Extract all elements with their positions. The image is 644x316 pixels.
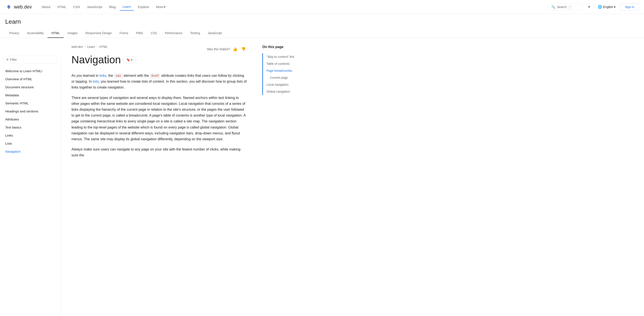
sidebar-item-text-basics[interactable]: Text basics [0, 123, 61, 131]
language-selector-button[interactable]: English [596, 3, 618, 10]
toc-item-current: Current page [263, 74, 308, 81]
paragraph-2: There are several types of navigation an… [72, 95, 246, 142]
logo-icon [5, 3, 12, 10]
sidebar-item-headings[interactable]: Headings and sections [0, 107, 61, 115]
sign-in-button[interactable]: Sign in [620, 3, 639, 11]
learn-header: Learn Privacy Accessibility HTML Images … [0, 14, 644, 38]
href-code: href [150, 73, 160, 78]
breadcrumb-webdev[interactable]: web.dev [72, 45, 83, 48]
toc-link-local[interactable]: Local navigation [262, 81, 308, 88]
main-layout: Filter Welcome to Learn HTML! Overview o… [0, 38, 644, 316]
helpful-bar: Was this helpful? 👍 👎 [207, 46, 246, 52]
nav-links: About HTML CSS JavaScript Blog Learn Exp… [39, 3, 548, 11]
sidebar-item-navigation[interactable]: Navigation [0, 148, 61, 156]
nav-learn[interactable]: Learn [120, 3, 134, 11]
page-title: Navigation [72, 54, 121, 66]
toc-item-contents: Table of contents [263, 60, 308, 67]
tab-testing[interactable]: Testing [186, 29, 204, 38]
toc-item-local: Local navigation [263, 81, 308, 88]
tab-javascript[interactable]: JavaScript [204, 29, 226, 38]
language-chevron-icon [614, 5, 616, 9]
toc-item-skip: "Skip to content" link [263, 53, 308, 60]
breadcrumb-learn[interactable]: Learn [87, 45, 95, 48]
breadcrumb: web.dev › Learn › HTML [72, 45, 108, 48]
filter-icon [6, 58, 8, 62]
sidebar-item-lists[interactable]: Lists [0, 140, 61, 148]
toc-link-current[interactable]: Current page [262, 74, 308, 81]
bookmark-icon: 🔖 [126, 58, 130, 62]
main-content: web.dev › Learn › HTML Was this helpful?… [61, 38, 257, 316]
right-sidebar: On this page "Skip to content" link Tabl… [257, 38, 314, 316]
nav-explore[interactable]: Explore [135, 3, 152, 10]
learn-title: Learn [5, 18, 639, 25]
breadcrumb-sep-1: › [84, 45, 86, 48]
on-this-page-title: On this page [262, 45, 308, 49]
site-logo[interactable]: web.dev [5, 3, 32, 10]
table-of-contents: "Skip to content" link Table of contents… [262, 53, 308, 95]
search-box[interactable]: Search / [548, 3, 582, 10]
nav-about[interactable]: About [39, 3, 54, 10]
sidebar-item-metadata[interactable]: Metadata [0, 91, 61, 99]
nav-blog[interactable]: Blog [106, 3, 119, 10]
tab-pwa[interactable]: PWA [132, 29, 147, 38]
sidebar-item-overview[interactable]: Overview of HTML [0, 75, 61, 83]
links-link[interactable]: links [99, 74, 106, 77]
thumbs-down-button[interactable]: 👎 [240, 46, 246, 52]
toc-item-global: Global navigation [263, 88, 308, 95]
toc-link-breadcrumbs[interactable]: Page breadcrumbs [262, 67, 308, 74]
breadcrumb-sep-2: › [97, 45, 98, 48]
search-slash: / [568, 5, 572, 9]
tab-accessibility[interactable]: Accessibility [23, 29, 48, 38]
filter-label: Filter [10, 58, 17, 61]
nav-right: Search / English Sign in [548, 3, 639, 11]
toc-item-breadcrumbs: Page breadcrumbs [263, 67, 308, 74]
thumb-down-icon: 👎 [241, 47, 246, 51]
toc-link-contents[interactable]: Table of contents [262, 60, 308, 67]
toc-link-global[interactable]: Global navigation [262, 88, 308, 95]
bookmark-chevron-icon: ▾ [131, 58, 132, 62]
tab-privacy[interactable]: Privacy [5, 29, 23, 38]
toc-link-skip[interactable]: "Skip to content" link [262, 53, 308, 60]
tab-responsive-design[interactable]: Responsive Design [82, 29, 116, 38]
sidebar-item-links[interactable]: Links [0, 131, 61, 140]
sidebar-item-attributes[interactable]: Attributes [0, 115, 61, 123]
language-label: English [603, 5, 613, 9]
paragraph-3: Always make sure users can navigate to a… [72, 146, 246, 158]
nav-css[interactable]: CSS [70, 3, 83, 10]
nav-more[interactable]: More [153, 3, 169, 11]
lists-link[interactable]: lists [93, 80, 99, 83]
search-icon [552, 5, 555, 9]
content-body: As you learned in links, the <a> element… [72, 73, 246, 158]
tab-css[interactable]: CSS [147, 29, 161, 38]
sidebar-item-welcome[interactable]: Welcome to Learn HTML! [0, 67, 61, 75]
top-navigation: web.dev About HTML CSS JavaScript Blog L… [0, 0, 644, 14]
sidebar-item-document-structure[interactable]: Document structure [0, 83, 61, 91]
sun-icon [587, 4, 591, 9]
tab-html[interactable]: HTML [48, 29, 64, 38]
sidebar-item-semantic-html[interactable]: Semantic HTML [0, 99, 61, 107]
a-tag-code: <a> [114, 73, 123, 78]
theme-toggle-button[interactable] [585, 3, 593, 11]
tab-forms[interactable]: Forms [116, 29, 132, 38]
helpful-question: Was this helpful? [207, 47, 230, 51]
more-chevron-icon [164, 5, 166, 9]
logo-text: web.dev [14, 4, 32, 10]
learn-tabs: Privacy Accessibility HTML Images Respon… [5, 29, 639, 38]
page-header: Navigation 🔖 ▾ [72, 54, 246, 66]
bookmark-button[interactable]: 🔖 ▾ [124, 57, 135, 63]
nav-html[interactable]: HTML [54, 3, 69, 10]
left-sidebar: Filter Welcome to Learn HTML! Overview o… [0, 52, 61, 316]
breadcrumb-html[interactable]: HTML [99, 45, 108, 48]
nav-javascript[interactable]: JavaScript [84, 3, 105, 10]
tab-images[interactable]: Images [64, 29, 82, 38]
paragraph-1: As you learned in links, the <a> element… [72, 73, 246, 90]
search-label: Search [557, 5, 566, 9]
filter-bar[interactable]: Filter [4, 56, 57, 63]
thumbs-up-button[interactable]: 👍 [232, 46, 238, 52]
globe-icon [598, 5, 602, 9]
thumb-up-icon: 👍 [233, 47, 238, 51]
tab-performance[interactable]: Performance [161, 29, 186, 38]
